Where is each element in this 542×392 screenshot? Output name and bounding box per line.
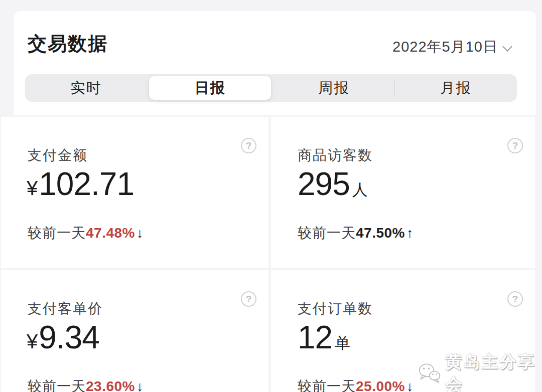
metric-change: 较前一天 47.48% ↓	[28, 224, 143, 243]
compare-label: 较前一天	[298, 377, 356, 392]
metric-value: ¥ 9.34	[27, 318, 102, 357]
value-number: 295	[298, 165, 350, 204]
metric-value: ¥ 102.71	[27, 165, 137, 204]
transaction-data-panel: 交易数据 2022年5月10日 实时 日报 周报 月报	[14, 11, 536, 115]
help-icon[interactable]: ?	[507, 138, 523, 153]
report-period-tab-bar: 实时 日报 周报 月报	[25, 74, 517, 102]
metric-card-product-visitors: 商品访客数 ? 295 人 较前一天 47.50% ↑	[271, 117, 535, 268]
metric-value: 12 单	[297, 318, 351, 357]
direction-arrow-icon: ↓	[406, 379, 414, 392]
compare-label: 较前一天	[28, 377, 86, 392]
value-number: 9.34	[39, 318, 99, 357]
change-percent: 25.00%	[356, 378, 405, 392]
tab-realtime[interactable]: 实时	[25, 74, 147, 102]
metric-change: 较前一天 23.60% ↓	[28, 377, 143, 392]
metric-label: 商品访客数	[298, 146, 373, 165]
value-number: 102.71	[39, 165, 134, 204]
metric-change: 较前一天 25.00% ↓	[298, 377, 413, 392]
metric-card-payment-orders: 支付订单数 ? 12 单 较前一天 25.00% ↓	[271, 270, 535, 392]
metric-card-payment-amount: 支付金额 ? ¥ 102.71 较前一天 47.48% ↓	[1, 117, 268, 268]
help-icon[interactable]: ?	[241, 138, 256, 153]
page-title: 交易数据	[28, 31, 108, 57]
metric-label: 支付金额	[28, 146, 88, 165]
change-percent: 47.50%	[356, 225, 405, 241]
direction-arrow-icon: ↑	[406, 226, 414, 241]
help-icon[interactable]: ?	[241, 291, 256, 307]
tab-monthly[interactable]: 月报	[395, 74, 517, 102]
currency-symbol: ¥	[27, 176, 38, 200]
metric-card-payment-per-customer: 支付客单价 ? ¥ 9.34 较前一天 23.60% ↓	[1, 270, 268, 392]
metric-value: 295 人	[297, 165, 368, 204]
value-number: 12	[298, 318, 332, 357]
metric-change: 较前一天 47.50% ↑	[298, 224, 413, 243]
tab-divider	[394, 81, 395, 95]
compare-label: 较前一天	[298, 224, 356, 243]
chevron-down-icon	[504, 41, 513, 50]
direction-arrow-icon: ↓	[137, 226, 144, 241]
direction-arrow-icon: ↓	[137, 379, 144, 392]
help-icon[interactable]: ?	[507, 291, 523, 307]
tab-weekly[interactable]: 周报	[273, 74, 395, 102]
value-unit: 单	[335, 334, 351, 352]
currency-symbol: ¥	[27, 329, 38, 353]
metric-label: 支付客单价	[28, 299, 103, 318]
selected-date: 2022年5月10日	[392, 37, 498, 57]
tab-daily[interactable]: 日报	[149, 76, 271, 100]
change-percent: 47.48%	[86, 225, 135, 241]
change-percent: 23.60%	[86, 378, 135, 392]
date-picker[interactable]: 2022年5月10日	[392, 37, 513, 57]
value-unit: 人	[352, 180, 368, 199]
metric-label: 支付订单数	[298, 299, 373, 318]
compare-label: 较前一天	[28, 224, 86, 243]
